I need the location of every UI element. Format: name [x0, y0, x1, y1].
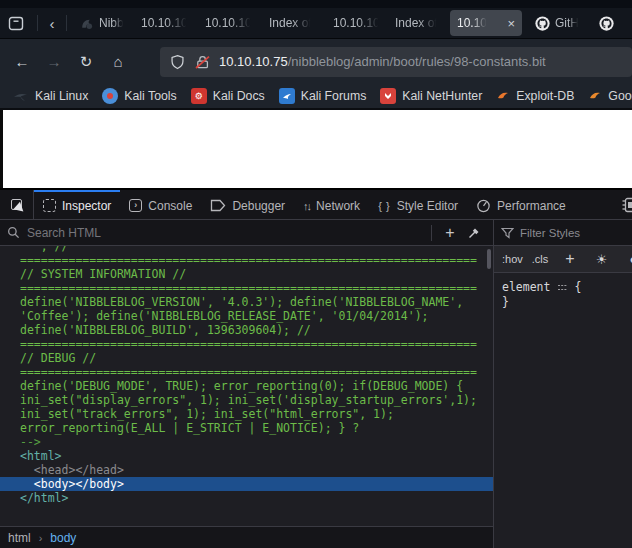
tab-title: 10.10.10: [141, 16, 188, 30]
markup-line[interactable]: error_reporting(E_ALL | E_STRICT | E_NOT…: [0, 421, 493, 435]
markup-line[interactable]: ini_set("display_errors", 1); ini_set('d…: [0, 393, 493, 407]
add-node-button[interactable]: +: [438, 224, 462, 242]
bookmark-label: Exploit-DB: [516, 89, 574, 103]
devtools-tab-style-editor[interactable]: { } Style Editor: [369, 190, 467, 219]
kali-forums-icon: [279, 88, 295, 104]
markup-line-body-selected[interactable]: <body></body>: [0, 477, 493, 491]
tab-title: Nibb: [99, 16, 124, 30]
debugger-icon: [210, 199, 226, 212]
bookmark-kali-linux[interactable]: Kali Linux: [6, 88, 95, 104]
search-icon: [7, 226, 20, 239]
page-content-area[interactable]: [0, 110, 632, 188]
bookmark-label: Kali Linux: [35, 89, 88, 103]
html-markup-view[interactable]: ', // ==================================…: [0, 246, 493, 526]
url-bar[interactable]: 10.10.10.75/nibbleblog/admin/boot/rules/…: [160, 47, 632, 77]
rule-close-brace: }: [502, 295, 624, 310]
github-icon: [535, 16, 550, 31]
markup-line[interactable]: // SYSTEM INFORMATION //: [0, 267, 493, 281]
tab-github-partial[interactable]: [592, 8, 632, 38]
bookmark-kali-nethunter[interactable]: Kali NetHunter: [373, 88, 489, 104]
markup-line[interactable]: ========================================…: [0, 337, 493, 351]
exploit-db-icon: [496, 89, 510, 103]
rule-element[interactable]: element {: [502, 280, 624, 295]
toolbar-separator: [431, 225, 432, 241]
console-icon: ›: [129, 199, 142, 212]
scroll-tabs-left-button[interactable]: ‹: [43, 15, 61, 32]
element-flash-icon[interactable]: [558, 285, 566, 291]
toggle-pseudo-classes-button[interactable]: :hov: [502, 253, 523, 265]
markup-line-head[interactable]: <head></head>: [0, 463, 493, 477]
back-button[interactable]: ←: [6, 53, 38, 70]
kali-linux-icon: [13, 88, 29, 104]
markup-line-comment-end[interactable]: -->: [0, 435, 493, 449]
devtools-tab-debugger[interactable]: Debugger: [201, 190, 294, 219]
devtools-tab-network[interactable]: ↑↓ Network: [294, 190, 369, 219]
bookmarks-toolbar: Kali Linux Kali Tools ⚙ Kali Docs Kali F…: [0, 84, 632, 110]
breadcrumb-item-body[interactable]: body: [50, 531, 76, 545]
filter-icon: [501, 227, 514, 239]
light-mode-icon[interactable]: ☀: [596, 252, 608, 267]
add-rule-button[interactable]: +: [565, 250, 574, 268]
breadcrumb-item-html[interactable]: html: [8, 531, 31, 545]
markup-line[interactable]: // DEBUG //: [0, 351, 493, 365]
markup-scrollbar[interactable]: [487, 249, 491, 269]
filter-styles-input[interactable]: [520, 227, 625, 239]
tab-title: Index of: [395, 16, 438, 30]
toolbar-separator: [37, 15, 38, 31]
kali-docs-icon: ⚙: [191, 88, 207, 104]
markup-line[interactable]: ', //: [0, 246, 493, 253]
tab-10-10-10[interactable]: 10.10.10: [134, 8, 198, 38]
markup-line[interactable]: ini_set("track_errors", 1); ini_set("htm…: [0, 407, 493, 421]
devtools-tab-inspector[interactable]: Inspector: [34, 190, 120, 219]
rule-open-brace: {: [574, 280, 581, 295]
bookmark-google-hacking[interactable]: Google Hack: [581, 89, 632, 103]
markup-line-html-open[interactable]: <html>: [0, 449, 493, 463]
markup-line[interactable]: ========================================…: [0, 365, 493, 379]
markup-line-html-close[interactable]: </html>: [0, 491, 493, 505]
firefox-view-button[interactable]: [0, 16, 32, 31]
markup-line[interactable]: define('DEBUG_MODE', TRUE); error_report…: [0, 379, 493, 393]
tab-10-10-10[interactable]: 10.10.10: [198, 8, 262, 38]
search-html-input[interactable]: [27, 226, 425, 240]
devtools-tab-label: Style Editor: [397, 199, 458, 213]
inspector-markup-panel: + ', // ================================…: [0, 220, 494, 548]
bookmark-kali-docs[interactable]: ⚙ Kali Docs: [184, 88, 272, 104]
devtools-tab-console[interactable]: › Console: [120, 190, 201, 219]
nibbleblog-icon: [79, 16, 94, 31]
tab-title: Index of: [269, 16, 312, 30]
devtools-tab-performance[interactable]: Performance: [467, 190, 575, 219]
tab-active-10-10[interactable]: 10.10. ×: [450, 10, 522, 36]
insecure-lock-icon[interactable]: [194, 54, 211, 70]
tab-github[interactable]: GitH: [528, 8, 592, 38]
markup-line[interactable]: 'Coffee'); define('NIBBLEBLOG_RELEASE_DA…: [0, 309, 493, 323]
forward-button[interactable]: →: [38, 53, 70, 70]
devtools-tab-label: Console: [148, 199, 192, 213]
reload-button[interactable]: ↻: [70, 53, 102, 71]
toggle-classes-button[interactable]: .cls: [532, 253, 549, 265]
network-icon: ↑↓: [303, 200, 310, 212]
devtools-body: + ', // ================================…: [0, 220, 632, 548]
bookmark-exploit-db[interactable]: Exploit-DB: [489, 89, 581, 103]
eyedropper-button[interactable]: [462, 226, 486, 240]
markup-line[interactable]: define('NIBBLEBLOG_VERSION', '4.0.3'); d…: [0, 295, 493, 309]
bookmark-kali-tools[interactable]: Kali Tools: [95, 88, 183, 104]
tab-close-icon[interactable]: ×: [507, 17, 515, 30]
tab-nibbleblog[interactable]: Nibb: [72, 8, 134, 38]
bookmark-label: Kali Tools: [124, 89, 176, 103]
markup-line[interactable]: ========================================…: [0, 253, 493, 267]
shield-icon[interactable]: [170, 54, 185, 70]
navigation-toolbar: ← → ↻ ⌂ 10.10.10.75/nibbleblog/admin/boo…: [0, 38, 632, 84]
tab-index-of[interactable]: Index of: [262, 8, 326, 38]
tab-10-10-10[interactable]: 10.10.10: [326, 8, 388, 38]
tab-index-of[interactable]: Index of: [388, 8, 446, 38]
markup-line[interactable]: ========================================…: [0, 281, 493, 295]
bookmark-kali-forums[interactable]: Kali Forums: [272, 88, 374, 104]
markup-line[interactable]: define('NIBBLEBLOG_BUILD', 1396309604); …: [0, 323, 493, 337]
style-editor-icon: { }: [378, 200, 391, 212]
rules-panel: :hov .cls + ☀ ◐ element { }: [494, 220, 632, 548]
pick-element-button[interactable]: [0, 190, 34, 219]
devtools-tab-memory[interactable]: [621, 190, 632, 219]
rules-toolbar: :hov .cls + ☀ ◐: [494, 246, 632, 273]
home-button[interactable]: ⌂: [102, 53, 134, 70]
tab-title: GitH: [555, 16, 579, 30]
